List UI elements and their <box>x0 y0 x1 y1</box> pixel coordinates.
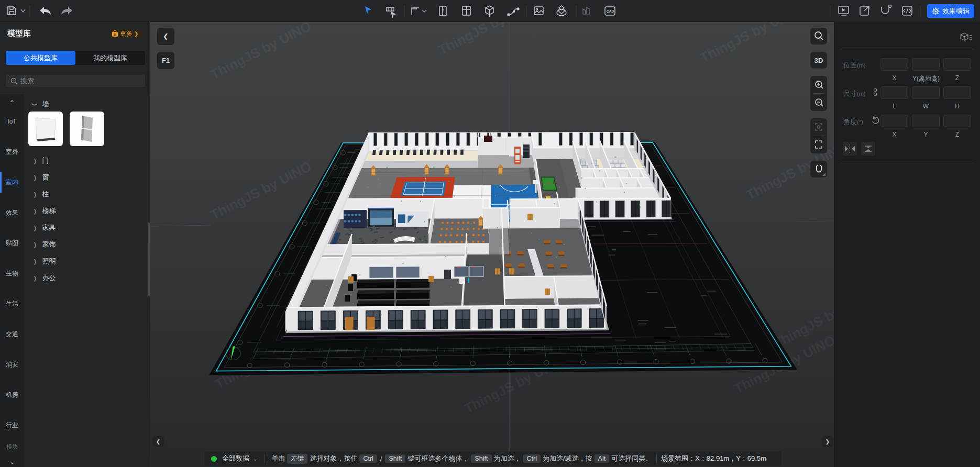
svg-text:ThingJS by UINO: ThingJS by UINO <box>208 158 314 223</box>
svg-text:CAD: CAD <box>607 9 614 13</box>
svg-text:U: U <box>114 33 116 37</box>
svg-text:ThingJS by UINO: ThingJS by UINO <box>208 22 314 83</box>
svg-text:ThingJS by UINO: ThingJS by UINO <box>436 22 542 58</box>
svg-text:ThingJS by UINO: ThingJS by UINO <box>698 22 804 66</box>
